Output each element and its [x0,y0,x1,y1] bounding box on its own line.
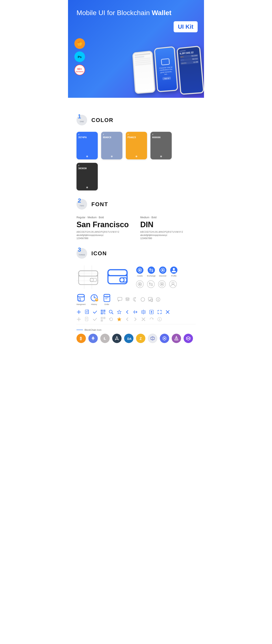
phone-mockup-2: Character may be manifested in the great… [154,46,178,92]
star-icon-yellow [117,317,122,322]
blockchain-label-row: BlockChain Icon [76,328,196,331]
svg-rect-42 [104,294,110,302]
hero-section: Mobile UI for Blockchain Wallet UI Kit P… [68,0,204,98]
back-icon-gray [125,317,130,322]
back-icon [125,310,130,314]
close-icon [165,310,170,314]
svg-rect-90 [101,320,102,321]
svg-text:Z: Z [140,337,142,340]
screens-badge: 60+ Screens [74,64,85,75]
svg-point-24 [162,269,164,271]
font-section-header: 2 TWO FONT [76,199,196,210]
expand-icon [157,310,162,314]
svg-rect-66 [101,313,102,314]
section-number-2: 2 TWO [76,199,87,210]
wings-icon [112,334,122,343]
photoshop-badge: Ps [74,52,85,62]
svg-rect-36 [78,294,84,301]
close-icon-gray [141,317,146,322]
svg-rect-82 [85,317,88,321]
document-icon [84,310,89,314]
stack-icon [125,297,130,302]
chat-icon [118,297,122,302]
icon-section-header: 3 THREE ICON [76,248,196,259]
dash-icon: DASH [124,334,134,343]
grid-icon [148,334,157,343]
star-icon-blue [117,310,122,314]
discover-icon-outline [158,280,166,288]
search-icon [109,310,114,314]
svg-point-48 [126,298,129,299]
svg-rect-57 [85,310,88,314]
swatch-gray: # 666666 [150,132,172,160]
forward-icon-gray [133,317,138,322]
svg-marker-101 [116,336,118,340]
info-icon [156,297,160,302]
document-icon-gray [84,317,89,322]
swatch-dark: # 303030 [76,163,98,190]
svg-rect-8 [78,271,98,284]
ethereum-icon [88,334,98,343]
svg-text:₿: ₿ [80,336,82,341]
svg-point-49 [141,298,145,302]
swatch-orange: # F5A623 [126,132,147,160]
blockchain-line [76,330,83,330]
svg-text:Ł: Ł [104,336,106,341]
svg-line-71 [112,313,113,314]
polygon-icon [184,334,193,343]
assets-icon-outline [136,280,144,288]
svg-point-96 [160,318,160,318]
app-icons-section: Mangment History Order [76,294,196,306]
swatch-blue: # 3574FA [76,132,98,160]
svg-rect-37 [78,294,84,297]
wallet-solid [106,265,130,289]
svg-rect-86 [101,318,102,318]
assets-icon-item: Assets [136,266,144,277]
svg-point-29 [139,283,141,285]
settings-icon [141,310,146,314]
check-icon [93,310,97,314]
ui-kit-badge: UI Kit [174,21,198,32]
svg-rect-88 [104,318,105,318]
svg-point-54 [158,298,158,299]
zcash-icon: Z [136,334,145,343]
share-icon [133,310,138,314]
svg-point-112 [176,340,177,340]
moon-icon [133,297,138,302]
svg-text:DASH: DASH [127,337,132,340]
section-number-3: 3 THREE [76,248,87,259]
svg-rect-9 [78,271,98,276]
phone-mockup-1 [132,50,156,94]
svg-marker-91 [117,317,121,321]
check-icon-gray [93,317,97,322]
svg-rect-14 [108,270,127,276]
svg-marker-3 [77,43,82,46]
swatch-steel: # 8DA0C8 [101,132,122,160]
svg-rect-69 [104,313,105,314]
utility-icons-blue [76,310,196,314]
svg-point-21 [148,266,155,274]
svg-marker-72 [117,310,121,314]
qr-icon-gray [101,317,106,322]
phone-mockup-3: myWallet 6,297,502.12 BTC 738-2003 ETH 5… [176,46,204,95]
svg-point-30 [147,280,154,288]
management-tab: Mangment [76,294,86,306]
profile-icon-item: Profile [170,266,178,277]
svg-point-109 [164,338,165,339]
nav-icons-colored: Assets Exchange [136,266,178,288]
font-din: Medium · Bold DIN ABCDEFGHIJKLMNOPQRSTUV… [140,216,196,240]
svg-point-26 [173,268,175,270]
tool-badges: Ps 60+ Screens [74,38,85,75]
hero-title: Mobile UI for Blockchain Wallet [76,8,196,18]
blockchain-label: BlockChain Icon [84,328,102,331]
section-number-1: 1 ONE [76,115,87,126]
order-tab: Order [103,294,111,306]
profile-icon-outline [169,280,177,288]
redo-icon-gray [149,317,154,322]
qr-icon [101,310,106,314]
litecoin-icon: Ł [100,334,110,343]
svg-point-41 [95,298,98,302]
svg-point-75 [143,311,144,313]
svg-rect-46 [104,294,110,296]
color-section-header: 1 ONE COLOR [76,115,196,126]
